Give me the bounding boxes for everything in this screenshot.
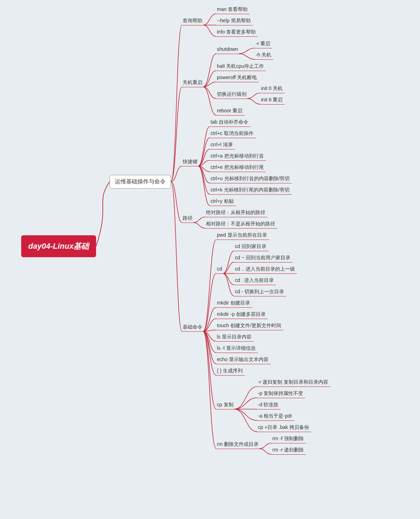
cd-dash: cd - 切换到上一次目录 [234, 287, 285, 296]
halt: halt 关机cpu停止工作 [216, 62, 265, 70]
main-topic[interactable]: 运维基础操作与命令 [110, 175, 171, 189]
reboot: reboot 重启 [216, 106, 243, 115]
sc-u: ctrl+u 光标移到行首的内容删除/剪切 [210, 174, 290, 183]
cmd-braces: { } 生成序列 [216, 366, 243, 375]
cd-home: cd 回到家目录 [234, 242, 267, 250]
sc-a: ctrl+a 把光标移动到行首 [210, 152, 265, 160]
sc-l: crrl+l 清屏 [210, 140, 233, 149]
sc-tab: tab 自动补齐命令 [210, 118, 249, 126]
shutdown-h: -h 关机 [255, 51, 272, 59]
init0: init 0 关机 [260, 84, 283, 93]
cmd-pwd: pwd 显示当前所在目录 [216, 231, 268, 239]
cmd-touch: touch 创建文件/更新文件时间 [216, 321, 282, 330]
shutdown-r: -r 重启 [255, 39, 271, 48]
cd-tilde: cd ~ 回到当前用户家目录 [234, 253, 291, 262]
poweroff: poweroff 关机断电 [216, 73, 258, 82]
cp-bak: cp +目录 .bak 拷贝备份 [257, 423, 310, 431]
branch-path[interactable]: 路径 [182, 214, 193, 222]
cp-a: -a 相当于是-pdr [257, 412, 293, 420]
branch-cmds[interactable]: 基础命令 [182, 323, 203, 331]
sc-e: ctrl+e 把光标移动到行尾 [210, 163, 265, 171]
init6: init 6 重启 [260, 95, 283, 104]
cp-d: -d 软连接 [257, 400, 279, 409]
root-topic[interactable]: day04-Linux基础 [21, 235, 96, 257]
cmd-echo: echo 显示输出文本内容 [216, 355, 269, 364]
cp-r: -r 递归复制 复制目录和目录内容 [257, 378, 329, 386]
cmd-cd[interactable]: cd [216, 265, 223, 273]
cmd-lsl: ls -l 显示详细信息 [216, 344, 256, 352]
rm-f: rm -f 强制删除 [272, 434, 304, 443]
cmd-cp[interactable]: cp 复制 [216, 400, 234, 409]
path-rel: 相对路径：不是从根开始的路径 [205, 219, 276, 228]
sc-c: ctrl+c 取消当前操作 [210, 129, 254, 137]
cp-p: -p 复制保持属性不变 [257, 389, 304, 397]
rm-r: rm -r 递归删除 [272, 446, 304, 454]
help-man: man 查看帮助 [216, 5, 248, 13]
sc-y: ctrl+y 粘贴 [210, 197, 235, 205]
branch-shortcuts[interactable]: 快捷键 [182, 157, 198, 166]
shutdown-cmd[interactable]: shutdown [216, 45, 239, 53]
runlevel[interactable]: 切换运行级别 [216, 90, 247, 98]
branch-help[interactable]: 查询帮助 [182, 16, 203, 25]
help-help: --help 简易帮助 [216, 16, 252, 25]
branch-shutdown[interactable]: 关机重启 [182, 78, 203, 87]
cmd-rm[interactable]: rm 删除文件或目录 [216, 440, 259, 448]
sc-k: ctrl+k 光标移到行尾的内容删除/剪切 [210, 185, 290, 194]
cmd-mkdir: mkdir 创建目录 [216, 299, 251, 307]
cd-up: cd .. 进入当前目录的上一级 [234, 265, 296, 273]
help-info: info 查看更多帮助 [216, 28, 256, 36]
cd-dot: cd . 进入当前目录 [234, 276, 274, 284]
path-abs: 绝对路径：从根开始的路径 [205, 208, 266, 217]
cmd-ls: ls 显示目录内容 [216, 332, 252, 341]
cmd-mkdir-p: mkdir -p 创建多层目录 [216, 310, 266, 318]
